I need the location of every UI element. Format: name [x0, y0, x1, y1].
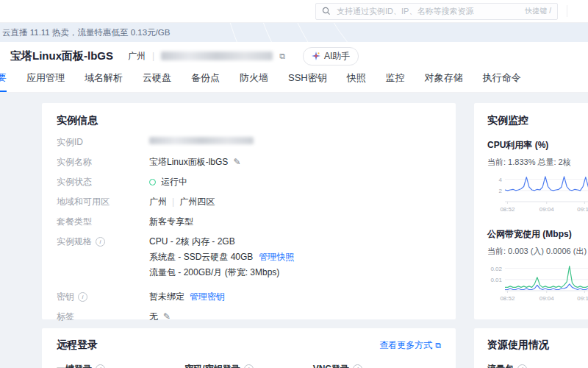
header-separator: |	[152, 51, 154, 61]
cpu-chart-title: CPU利用率 (%)	[487, 139, 588, 152]
promo-text: 云直播 11.11 热卖，流量特惠低至 0.13元/GB	[0, 27, 170, 38]
svg-text:08:52: 08:52	[500, 295, 515, 302]
tab-4[interactable]: 云硬盘	[143, 71, 171, 92]
one-click-login-label: 一键登录	[57, 363, 92, 368]
login-method-one-click[interactable]: 一键登录 i	[57, 363, 184, 368]
header-region: 广州	[128, 50, 146, 63]
promo-banner[interactable]: 云直播 11.11 热卖，流量特惠低至 0.13元/GB	[0, 23, 588, 42]
resource-usage-card: 资源使用情况 流量包 i	[474, 328, 588, 368]
tab-1[interactable]: 概要	[0, 71, 7, 92]
more-login-methods-link[interactable]: 查看更多方式	[379, 339, 432, 352]
instance-id-redacted	[149, 137, 254, 144]
instance-info-card: 实例信息 实例ID 实例名称 宝塔Linux面板-lbGS ✎ 实	[42, 103, 456, 319]
row-key: 密钥 i 暂未绑定 管理密钥	[57, 291, 441, 302]
instance-monitoring-card: 实例监控 CPU利用率 (%) 当前: 1.833% 总量: 2核 2408:5…	[474, 103, 588, 319]
tab-8[interactable]: 快照	[347, 71, 366, 92]
manage-snapshot-link[interactable]: 管理快照	[259, 252, 294, 263]
key-label: 密钥	[57, 291, 74, 302]
password-key-info-icon[interactable]: i	[244, 364, 254, 368]
row-instance-id: 实例ID	[57, 137, 441, 148]
resource-usage-title: 资源使用情况	[487, 339, 588, 352]
zone-label: 地域和可用区	[57, 197, 149, 208]
tab-9[interactable]: 监控	[386, 71, 405, 92]
tag-label: 标签	[57, 311, 149, 322]
ai-sparkle-icon	[312, 52, 320, 60]
tab-10[interactable]: 对象存储	[425, 71, 463, 92]
manage-key-link[interactable]: 管理密钥	[190, 291, 225, 302]
tab-bar: 概要应用管理域名解析云硬盘备份点防火墙SSH密钥快照监控对象存储执行命令	[0, 70, 588, 93]
monitoring-title: 实例监控	[487, 114, 588, 127]
row-instance-name: 实例名称 宝塔Linux面板-lbGS ✎	[57, 157, 441, 168]
tab-5[interactable]: 备份点	[191, 71, 220, 92]
key-info-icon[interactable]: i	[78, 292, 87, 302]
svg-text:0.01: 0.01	[490, 277, 502, 283]
row-spec: 实例规格 i CPU - 2核 内存 - 2GB 系统盘 - SSD云硬盘 40…	[57, 236, 441, 283]
instance-status-label: 实例状态	[57, 177, 149, 188]
tab-11[interactable]: 执行命令	[483, 71, 521, 92]
spec-cpu-mem: CPU - 2核 内存 - 2GB	[149, 236, 235, 247]
instance-name-label: 实例名称	[57, 157, 149, 168]
tab-2[interactable]: 应用管理	[26, 71, 65, 92]
instance-info-title: 实例信息	[57, 114, 441, 127]
spec-disk: 系统盘 - SSD云硬盘 40GB	[149, 252, 253, 263]
svg-text:0.02: 0.02	[490, 266, 502, 272]
svg-text:09:04: 09:04	[539, 206, 555, 213]
topbar-divider	[567, 5, 567, 17]
zone-region: 广州	[149, 197, 167, 208]
vnc-info-icon[interactable]: i	[353, 364, 362, 368]
spec-label: 实例规格	[57, 236, 92, 247]
top-bar: 快捷键 /	[0, 0, 588, 23]
traffic-pack-info-icon[interactable]: i	[517, 364, 527, 368]
login-method-password-key[interactable]: 密码/密钥登录 i	[184, 363, 312, 368]
bandwidth-chart-current: 当前: 0.003 (入) 0.0006 (出)	[487, 246, 588, 257]
spec-info-icon[interactable]: i	[96, 237, 105, 247]
remote-login-title: 远程登录	[57, 339, 98, 352]
ai-assistant-button[interactable]: AI助手	[303, 47, 359, 66]
bandwidth-chart-title: 公网带宽使用 (Mbps)	[487, 228, 588, 241]
svg-text:08:52: 08:52	[500, 206, 515, 213]
key-value: 暂未绑定	[149, 291, 184, 302]
zone-separator: |	[172, 197, 174, 208]
console-screen: 快捷键 / 云直播 11.11 热卖，流量特惠低至 0.13元/GB 宝塔Lin…	[0, 0, 588, 368]
tab-3[interactable]: 域名解析	[85, 71, 123, 92]
edit-name-icon[interactable]: ✎	[233, 157, 240, 168]
zone-value: 广州四区	[179, 197, 215, 208]
search-input[interactable]	[335, 6, 520, 16]
svg-text:09:16: 09:16	[577, 295, 588, 302]
row-zone: 地域和可用区 广州 | 广州四区	[57, 197, 441, 208]
tab-6[interactable]: 防火墙	[240, 71, 268, 92]
bandwidth-chart[interactable]: 0.010.0208:5209:0409:16	[487, 260, 588, 305]
row-instance-status: 实例状态 运行中	[57, 177, 441, 188]
svg-text:2: 2	[499, 188, 503, 194]
password-key-login-label: 密码/密钥登录	[184, 363, 240, 368]
instance-header: 宝塔Linux面板-lbGS 广州 | ⧉ AI助手	[0, 42, 588, 70]
global-search[interactable]: 快捷键 /	[315, 3, 558, 20]
status-running-icon	[149, 179, 156, 185]
row-tag: 标签 无 ✎	[57, 311, 441, 322]
one-click-info-icon[interactable]: i	[96, 364, 105, 368]
login-method-vnc[interactable]: VNC登录 i	[313, 363, 441, 368]
shortcut-hint: 快捷键 /	[525, 6, 551, 16]
tag-value: 无	[149, 311, 158, 322]
content-area: 实例信息 实例ID 实例名称 宝塔Linux面板-lbGS ✎ 实	[0, 93, 588, 368]
spec-traffic: 流量包 - 200GB/月 (带宽: 3Mbps)	[149, 267, 279, 278]
external-link-icon: ⧉	[435, 341, 441, 350]
svg-text:09:16: 09:16	[577, 206, 588, 213]
tab-7[interactable]: SSH密钥	[288, 71, 327, 92]
ai-assistant-label: AI助手	[324, 50, 350, 63]
cpu-chart-current: 当前: 1.833% 总量: 2核	[487, 157, 588, 168]
page-title: 宝塔Linux面板-lbGS	[10, 49, 113, 63]
vnc-login-label: VNC登录	[313, 363, 349, 368]
search-icon	[322, 7, 331, 15]
copy-icon[interactable]: ⧉	[279, 52, 285, 60]
instance-id-label: 实例ID	[57, 137, 149, 148]
cpu-usage-chart[interactable]: 2408:5209:0409:16	[487, 171, 588, 216]
remote-login-card: 远程登录 查看更多方式 ⧉ 一键登录 i 密码/密钥登录 i	[42, 328, 456, 368]
edit-tag-icon[interactable]: ✎	[163, 311, 171, 322]
traffic-pack-label: 流量包	[487, 363, 514, 368]
plan-label: 套餐类型	[57, 216, 149, 227]
plan-value: 新客专享型	[149, 216, 193, 227]
wave-decor	[219, 23, 588, 42]
svg-text:09:04: 09:04	[539, 295, 555, 302]
instance-status-value: 运行中	[161, 177, 187, 188]
